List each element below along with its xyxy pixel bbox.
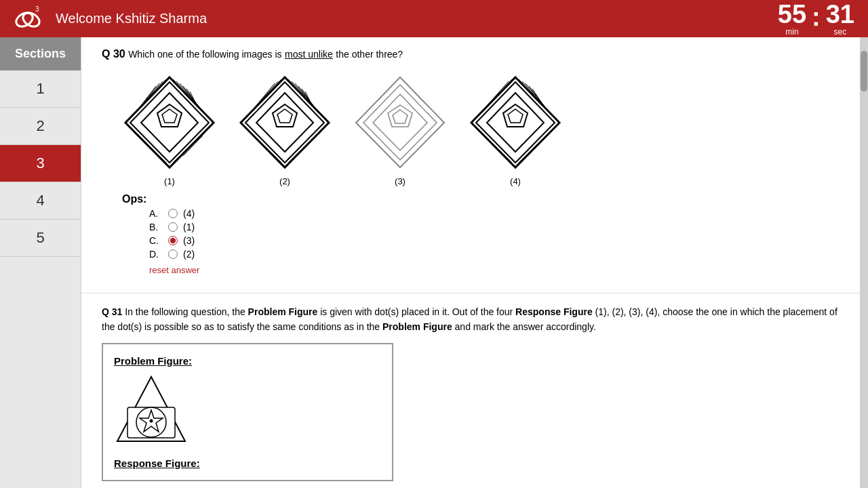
q30-options: Ops: A. (4) B. (1) C. (3) D. <box>122 193 840 275</box>
option-a-row: A. (4) <box>149 208 840 219</box>
option-b-row: B. (1) <box>149 222 840 232</box>
option-b-radio[interactable] <box>168 222 178 232</box>
main-layout: Sections 1 2 3 4 5 Q 30 Which one of the… <box>0 37 868 488</box>
option-d-radio[interactable] <box>168 249 178 259</box>
timer-separator: : <box>812 1 821 32</box>
option-a-value: (4) <box>183 208 195 219</box>
header-left: 3 Welcome Kshitiz Sharma <box>14 5 207 33</box>
q31-response-figure-bold: Response Figure <box>515 306 593 317</box>
q31-problem-figure-bold2: Problem Figure <box>382 321 452 332</box>
q30-figure-2: (2) <box>237 74 332 186</box>
q30-underline: most unlike <box>285 49 333 60</box>
logo-icon: 3 <box>14 5 47 33</box>
sidebar-item-1[interactable]: 1 <box>0 70 81 108</box>
question-31-block: Q 31 In the following question, the Prob… <box>81 293 860 488</box>
q31-intro: In the following question, the <box>125 306 245 317</box>
option-c-radio[interactable] <box>168 236 178 245</box>
option-c-letter: C. <box>149 235 163 246</box>
option-c-value: (3) <box>183 235 195 246</box>
ops-label: Ops: <box>122 193 146 205</box>
question-30-block: Q 30 Which one of the following images i… <box>81 37 860 293</box>
content-area: Q 30 Which one of the following images i… <box>81 37 860 488</box>
q30-fig1-label: (1) <box>164 176 175 186</box>
q31-question: Q 31 In the following question, the Prob… <box>102 304 840 335</box>
q30-fig4-label: (4) <box>510 176 521 186</box>
sidebar: Sections 1 2 3 4 5 <box>0 37 81 488</box>
q31-response-figure-label: Response Figure: <box>114 458 381 469</box>
q30-figure-1: (1) <box>122 74 217 186</box>
q31-problem-figure-bold: Problem Figure <box>248 306 318 317</box>
option-a-letter: A. <box>149 208 163 219</box>
reset-answer-link[interactable]: reset answer <box>149 265 840 275</box>
option-d-letter: D. <box>149 249 163 260</box>
q31-intro4: and mark the answer accordingly. <box>455 321 596 332</box>
sidebar-item-2[interactable]: 2 <box>0 108 81 145</box>
q30-fig3-label: (3) <box>395 176 406 186</box>
q31-figure-box: Problem Figure: Response Figure: <box>102 343 393 481</box>
sidebar-item-5[interactable]: 5 <box>0 220 81 257</box>
q30-num: Q 30 <box>102 48 125 60</box>
q30-question: Q 30 Which one of the following images i… <box>102 48 840 60</box>
q31-num: Q 31 <box>102 306 122 317</box>
q30-text1: Which one of the following images is <box>128 49 281 60</box>
q30-text2: the other three? <box>336 49 403 60</box>
scrollbar-thumb[interactable] <box>861 51 867 92</box>
q31-problem-svg <box>114 373 189 448</box>
svg-point-73 <box>150 419 153 422</box>
q30-figures: (1) <box>122 74 840 186</box>
q31-problem-figure-label: Problem Figure: <box>114 355 381 367</box>
sections-header: Sections <box>0 37 81 70</box>
timer-minutes: 55 min <box>778 1 806 37</box>
timer-seconds: 31 sec <box>826 1 854 37</box>
svg-text:3: 3 <box>35 5 39 13</box>
option-d-value: (2) <box>183 249 195 260</box>
welcome-text: Welcome Kshitiz Sharma <box>56 11 207 26</box>
option-c-row: C. (3) <box>149 235 840 246</box>
q31-intro2: is given with dot(s) placed in it. Out o… <box>320 306 513 317</box>
q30-fig2-label: (2) <box>279 176 290 186</box>
timer-area: 55 min : 31 sec <box>778 1 854 37</box>
q30-figure-3: (3) <box>353 74 448 186</box>
sidebar-item-3[interactable]: 3 <box>0 145 81 182</box>
option-b-letter: B. <box>149 222 163 232</box>
option-b-value: (1) <box>183 222 195 232</box>
scrollbar-track[interactable] <box>860 37 868 488</box>
option-d-row: D. (2) <box>149 249 840 260</box>
q30-figure-4: (4) <box>468 74 563 186</box>
header: 3 Welcome Kshitiz Sharma 55 min : 31 sec <box>0 0 868 37</box>
sidebar-item-4[interactable]: 4 <box>0 182 81 220</box>
option-a-radio[interactable] <box>168 209 178 218</box>
